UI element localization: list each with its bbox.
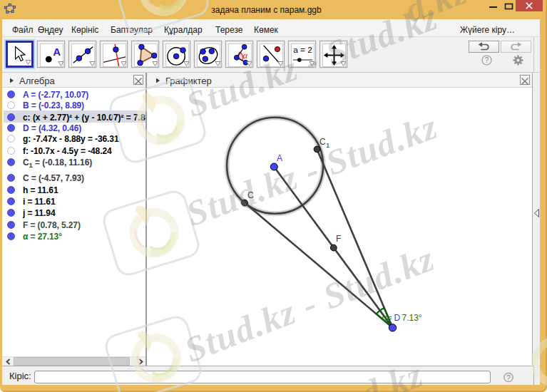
svg-text:C: C [319, 137, 326, 147]
svg-text:C: C [247, 190, 254, 200]
svg-text:?: ? [506, 373, 511, 382]
svg-text:A: A [277, 153, 282, 163]
svg-text:A: A [53, 46, 61, 58]
svg-text:a = 2: a = 2 [293, 45, 312, 54]
svg-text:α: α [243, 51, 248, 61]
svg-text:D: D [394, 313, 401, 323]
svg-text:α=: α= [382, 313, 392, 323]
svg-text:7.13°: 7.13° [402, 313, 422, 323]
svg-text:1: 1 [326, 141, 329, 149]
svg-text:F: F [336, 234, 341, 244]
svg-text:?: ? [485, 56, 489, 64]
